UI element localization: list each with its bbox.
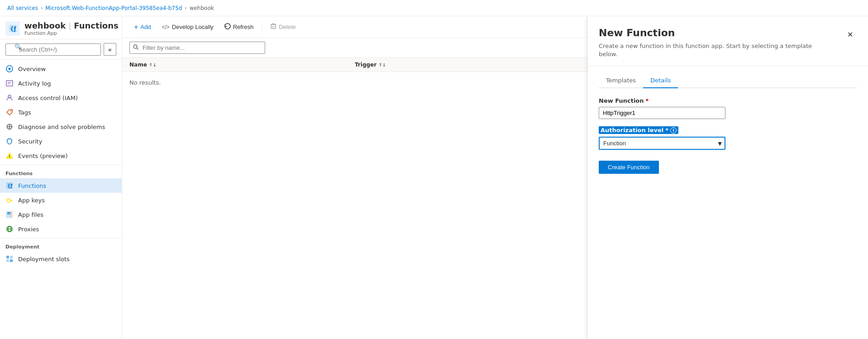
security-icon: [5, 137, 14, 145]
required-star-auth: *: [665, 127, 668, 134]
svg-rect-4: [6, 81, 13, 86]
new-function-panel: New Function Create a new function in th…: [587, 16, 868, 339]
add-button[interactable]: + Add: [129, 21, 155, 33]
sidebar: {ƒ} wehbook | Functions Function App 🔍 «: [0, 16, 122, 339]
refresh-button[interactable]: Refresh: [220, 21, 258, 33]
filter-search-icon: [133, 44, 138, 51]
search-icon: 🔍: [14, 43, 22, 50]
create-function-button[interactable]: Create Function: [599, 161, 659, 174]
svg-point-7: [8, 95, 11, 98]
panel-title: New Function: [599, 27, 816, 38]
filter-input[interactable]: [129, 42, 265, 54]
sidebar-search-area: 🔍 «: [0, 39, 122, 60]
develop-locally-label: Develop Locally: [172, 24, 214, 30]
svg-point-8: [10, 110, 11, 111]
auth-label-highlighted: Authorization level * i: [599, 126, 678, 134]
sidebar-item-overview[interactable]: Overview: [0, 62, 122, 76]
svg-point-15: [7, 199, 10, 202]
sidebar-item-label-activity: Activity log: [18, 80, 51, 87]
sidebar-item-label-events: Events (preview): [18, 153, 68, 159]
auth-level-label: Authorization level * i: [599, 126, 857, 134]
content-toolbar: + Add </> Develop Locally Refresh Delete: [122, 16, 587, 38]
breadcrumb-resource[interactable]: Microsoft.Web-FunctionApp-Portal-39585ea…: [45, 5, 182, 11]
auth-level-select-wrap: Anonymous Function Admin ▼: [599, 137, 725, 150]
sidebar-item-label-appfiles: App files: [18, 211, 43, 218]
svg-line-33: [137, 48, 138, 49]
sidebar-item-events[interactable]: Events (preview): [0, 148, 122, 163]
breadcrumb-all-services[interactable]: All services: [7, 5, 38, 11]
title-pipe: |: [68, 21, 71, 30]
sidebar-item-app-keys[interactable]: App keys: [0, 193, 122, 207]
proxies-icon: [5, 225, 14, 233]
deployment-section-label: Deployment: [0, 238, 122, 252]
events-icon: [5, 152, 14, 160]
functions-section-label: Functions: [0, 165, 122, 178]
breadcrumb-sep2: ›: [185, 5, 186, 11]
sidebar-title-area: wehbook | Functions Function App: [24, 21, 119, 36]
tab-templates[interactable]: Templates: [599, 73, 643, 88]
sidebar-item-deployment-slots[interactable]: Deployment slots: [0, 252, 122, 266]
develop-locally-button[interactable]: </> Develop Locally: [157, 21, 218, 33]
function-app-icon: {ƒ}: [8, 24, 17, 33]
refresh-label: Refresh: [233, 24, 254, 30]
tab-details[interactable]: Details: [643, 73, 678, 88]
breadcrumb: All services › Microsoft.Web-FunctionApp…: [0, 0, 868, 16]
sidebar-item-label-overview: Overview: [18, 66, 46, 72]
sort-arrows-trigger: ↑↓: [378, 62, 386, 67]
sidebar-item-activity-log[interactable]: Activity log: [0, 76, 122, 91]
sidebar-item-label-iam: Access control (IAM): [18, 95, 78, 101]
close-icon: ✕: [847, 30, 853, 39]
filter-wrap: [129, 42, 265, 54]
sidebar-item-security[interactable]: Security: [0, 134, 122, 148]
add-label: Add: [140, 24, 151, 30]
required-star-function: *: [646, 97, 649, 104]
sidebar-item-tags[interactable]: Tags: [0, 105, 122, 119]
new-function-label: New Function *: [599, 97, 857, 104]
diagnose-icon: [5, 123, 14, 131]
deployment-slots-icon: [5, 255, 14, 263]
content-area: + Add </> Develop Locally Refresh Delete: [122, 16, 587, 339]
sidebar-item-proxies[interactable]: Proxies: [0, 222, 122, 236]
svg-rect-23: [6, 256, 9, 258]
panel-body: Templates Details New Function * Authori…: [588, 66, 868, 181]
column-trigger[interactable]: Trigger ↑↓: [355, 62, 580, 68]
app-logo: {ƒ}: [5, 21, 20, 36]
sidebar-item-app-files[interactable]: App files: [0, 207, 122, 222]
add-icon: +: [134, 23, 138, 31]
auth-level-select[interactable]: Anonymous Function Admin: [599, 137, 725, 150]
panel-subtitle: Create a new function in this function a…: [599, 42, 816, 58]
app-name: wehbook: [24, 21, 66, 30]
functions-icon: {ƒ}: [5, 181, 14, 190]
refresh-icon: [224, 23, 231, 31]
sort-arrows-name: ↑↓: [149, 62, 157, 67]
delete-button[interactable]: Delete: [266, 21, 300, 33]
sidebar-item-label-proxies: Proxies: [18, 226, 39, 233]
toolbar-separator: [262, 22, 262, 33]
svg-point-12: [9, 157, 10, 158]
close-panel-button[interactable]: ✕: [843, 27, 857, 42]
column-trigger-label: Trigger: [355, 62, 377, 68]
new-function-input[interactable]: [599, 107, 725, 119]
panel-header: New Function Create a new function in th…: [588, 16, 868, 66]
sidebar-item-functions[interactable]: {ƒ} Functions: [0, 178, 122, 193]
collapse-sidebar-button[interactable]: «: [104, 43, 116, 56]
svg-text:{ƒ}: {ƒ}: [7, 183, 13, 189]
sidebar-item-access-control[interactable]: Access control (IAM): [0, 91, 122, 105]
overview-icon: [5, 65, 14, 73]
svg-rect-25: [6, 259, 9, 262]
svg-rect-19: [11, 211, 13, 218]
panel-tabs: Templates Details: [599, 73, 857, 88]
sidebar-item-label-diagnose: Diagnose and solve problems: [18, 124, 105, 130]
activity-log-icon: [5, 79, 14, 87]
breadcrumb-current: wehbook: [190, 5, 214, 11]
column-name-label: Name: [129, 62, 147, 68]
svg-point-3: [9, 68, 11, 70]
svg-rect-26: [10, 259, 13, 262]
page-title: Functions: [74, 21, 118, 30]
column-name[interactable]: Name ↑↓: [129, 62, 355, 68]
sidebar-item-diagnose[interactable]: Diagnose and solve problems: [0, 119, 122, 134]
functions-table: Name ↑↓ Trigger ↑↓ No results.: [122, 58, 587, 339]
svg-rect-17: [7, 212, 10, 213]
app-type: Function App: [24, 30, 119, 36]
auth-info-icon[interactable]: i: [670, 127, 677, 134]
